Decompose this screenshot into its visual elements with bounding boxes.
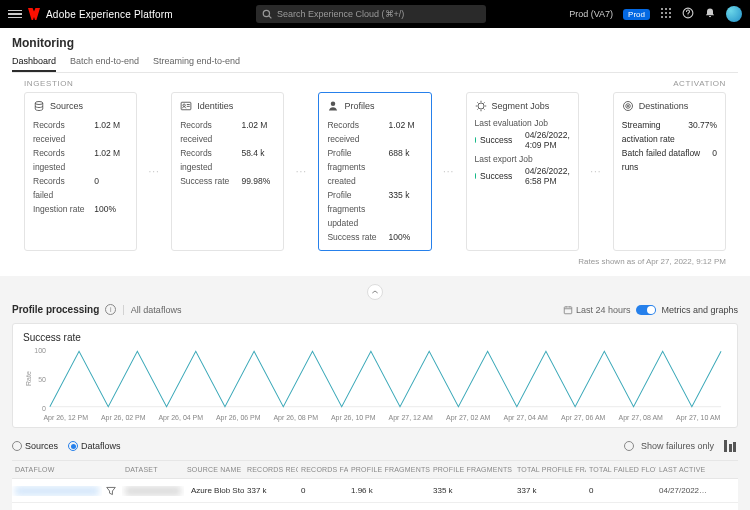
- tab-batch[interactable]: Batch end-to-end: [70, 56, 139, 72]
- card-identities-title: Identities: [197, 101, 233, 111]
- column-settings-icon[interactable]: [724, 440, 738, 452]
- destinations-icon: [622, 100, 634, 112]
- tab-streaming[interactable]: Streaming end-to-end: [153, 56, 240, 72]
- success-rate-chart: Success rate Rate 100 50 0 Apr 26, 12 PM…: [12, 323, 738, 428]
- status-dot-success: [475, 173, 476, 179]
- strip-label-ingestion: INGESTION: [24, 79, 73, 88]
- pipeline-cards: INGESTION ACTIVATION Sources Records rec…: [12, 73, 738, 276]
- info-icon[interactable]: i: [105, 304, 116, 315]
- card-destinations-title: Destinations: [639, 101, 689, 111]
- filter-icon[interactable]: [105, 485, 117, 497]
- svg-point-0: [263, 10, 269, 16]
- calendar-icon: [563, 305, 573, 315]
- svg-point-11: [688, 15, 689, 16]
- table-row[interactable]: Azure Blob Storage337 k01.96 k335 k337 k…: [12, 479, 738, 503]
- chart-title: Success rate: [23, 332, 727, 343]
- table-header: DATAFLOW DATASET SOURCE NAME RECORDS REC…: [12, 460, 738, 479]
- env-tag: Prod: [623, 9, 650, 20]
- dataflows-table: DATAFLOW DATASET SOURCE NAME RECORDS REC…: [12, 460, 738, 510]
- pipeline-connector: ···: [149, 92, 159, 251]
- svg-point-5: [665, 12, 667, 14]
- identities-icon: [180, 100, 192, 112]
- svg-point-3: [669, 8, 671, 10]
- redacted-dataset-name: [125, 486, 181, 496]
- svg-point-2: [665, 8, 667, 10]
- pipeline-connector: ···: [444, 92, 454, 251]
- svg-point-12: [35, 102, 43, 105]
- page-title: Monitoring: [12, 36, 738, 50]
- app-name: Adobe Experience Platform: [46, 9, 173, 20]
- global-search[interactable]: [256, 5, 486, 23]
- card-destinations[interactable]: Destinations Streaming activation rate30…: [613, 92, 726, 251]
- card-segment-jobs-title: Segment Jobs: [492, 101, 550, 111]
- hamburger-icon[interactable]: [8, 7, 22, 21]
- radio-sources[interactable]: Sources: [12, 441, 58, 452]
- sources-icon: [33, 100, 45, 112]
- show-failures-toggle[interactable]: Show failures only: [624, 441, 714, 451]
- profiles-icon: [327, 100, 339, 112]
- view-tabs: Dashboard Batch end-to-end Streaming end…: [12, 56, 738, 73]
- chart-ylabel: Rate: [23, 347, 34, 411]
- time-range-picker[interactable]: Last 24 hours: [563, 305, 631, 315]
- card-sources[interactable]: Sources Records received1.02 M Records i…: [24, 92, 137, 251]
- processing-section: Profile processing i | All dataflows Las…: [0, 292, 750, 510]
- card-profiles-title: Profiles: [344, 101, 374, 111]
- radio-dataflows[interactable]: Dataflows: [68, 441, 121, 452]
- chart-plot-area: 100 50 0: [34, 347, 727, 411]
- svg-point-15: [331, 102, 336, 107]
- toggle-switch-on[interactable]: [636, 305, 656, 315]
- source-name-cell: Azure Blob Storage: [184, 485, 244, 496]
- svg-point-16: [478, 103, 484, 109]
- search-input[interactable]: [277, 9, 480, 19]
- status-dot-success: [475, 137, 476, 143]
- dataflows-breadcrumb[interactable]: All dataflows: [131, 305, 182, 315]
- rates-timestamp: Rates shown as of Apr 27, 2022, 9:12 PM: [24, 257, 726, 266]
- help-icon[interactable]: [682, 7, 694, 22]
- table-row[interactable]: Azure Blob Storage680 k0680 k0680 k004/2…: [12, 503, 738, 510]
- redacted-dataflow-name: [15, 486, 99, 496]
- metrics-graphs-toggle[interactable]: Metrics and graphs: [636, 305, 738, 315]
- segment-jobs-icon: [475, 100, 487, 112]
- svg-point-8: [665, 16, 667, 18]
- page-header: Monitoring Dashboard Batch end-to-end St…: [0, 28, 750, 276]
- avatar[interactable]: [726, 6, 742, 22]
- pipeline-connector: ···: [591, 92, 601, 251]
- svg-point-6: [669, 12, 671, 14]
- notifications-icon[interactable]: [704, 7, 716, 22]
- pipeline-connector: ···: [296, 92, 306, 251]
- svg-point-19: [627, 105, 628, 106]
- card-sources-title: Sources: [50, 101, 83, 111]
- global-topbar: Adobe Experience Platform Prod (VA7) Pro…: [0, 0, 750, 28]
- card-identities[interactable]: Identities Records received1.02 M Record…: [171, 92, 284, 251]
- adobe-logo: [28, 8, 40, 20]
- collapse-cards-button[interactable]: [367, 284, 383, 300]
- strip-label-activation: ACTIVATION: [673, 79, 726, 88]
- svg-point-7: [661, 16, 663, 18]
- svg-point-14: [183, 104, 185, 106]
- svg-point-1: [661, 8, 663, 10]
- card-segment-jobs[interactable]: Segment Jobs Last evaluation Job Success…: [466, 92, 579, 251]
- card-profiles[interactable]: Profiles Records received1.02 M Profile …: [318, 92, 431, 251]
- svg-rect-20: [564, 306, 572, 313]
- search-icon: [262, 9, 272, 19]
- chart-xaxis: Apr 26, 12 PMApr 26, 02 PMApr 26, 04 PMA…: [23, 411, 727, 427]
- svg-point-9: [669, 16, 671, 18]
- processing-title: Profile processing: [12, 304, 99, 315]
- apps-icon[interactable]: [660, 7, 672, 22]
- svg-point-4: [661, 12, 663, 14]
- env-label: Prod (VA7): [569, 9, 613, 19]
- tab-dashboard[interactable]: Dashboard: [12, 56, 56, 72]
